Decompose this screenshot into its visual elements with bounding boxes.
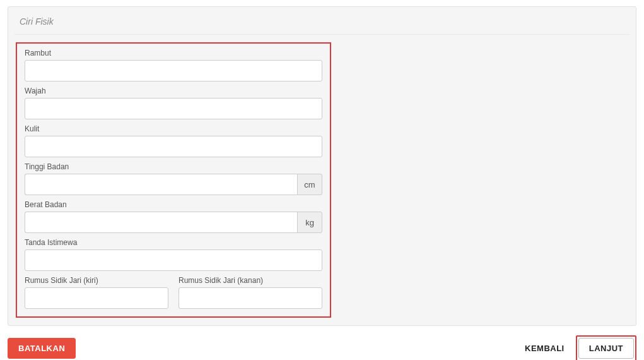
label-berat-badan: Berat Badan [25, 200, 322, 209]
highlight-lanjut: LANJUT [576, 335, 636, 360]
lanjut-button[interactable]: LANJUT [578, 338, 634, 359]
field-tanda-istimewa: Tanda Istimewa [25, 238, 322, 271]
footer-actions: BATALKAN KEMBALI LANJUT [8, 335, 636, 360]
label-sidik-kanan: Rumus Sidik Jari (kanan) [179, 276, 322, 285]
batalkan-button[interactable]: BATALKAN [8, 338, 76, 359]
input-tinggi-badan[interactable] [25, 174, 297, 195]
label-tinggi-badan: Tinggi Badan [25, 162, 322, 171]
input-group-berat: kg [25, 212, 322, 233]
label-wajah: Wajah [25, 87, 322, 95]
field-rambut: Rambut [25, 49, 322, 81]
kembali-button[interactable]: KEMBALI [522, 339, 567, 358]
input-sidik-kanan[interactable] [179, 287, 322, 309]
field-wajah: Wajah [25, 87, 322, 119]
input-tanda-istimewa[interactable] [25, 249, 322, 271]
unit-kg: kg [297, 212, 322, 233]
field-sidik-kanan: Rumus Sidik Jari (kanan) [179, 276, 322, 309]
footer-right: KEMBALI LANJUT [522, 335, 636, 360]
input-wajah[interactable] [25, 98, 322, 119]
panel-ciri-fisik: Ciri Fisik Rambut Wajah Kulit Tinggi Bad… [8, 6, 636, 326]
field-tinggi-badan: Tinggi Badan cm [25, 162, 322, 195]
input-berat-badan[interactable] [25, 212, 297, 233]
panel-title: Ciri Fisik [8, 7, 636, 34]
label-kulit: Kulit [25, 124, 322, 133]
field-sidik-kiri: Rumus Sidik Jari (kiri) [25, 276, 168, 309]
field-kulit: Kulit [25, 124, 322, 157]
panel-body: Rambut Wajah Kulit Tinggi Badan cm Berat… [8, 35, 636, 325]
unit-cm: cm [297, 174, 322, 195]
label-rambut: Rambut [25, 49, 322, 57]
input-group-tinggi: cm [25, 174, 322, 195]
input-rambut[interactable] [25, 60, 322, 81]
label-tanda-istimewa: Tanda Istimewa [25, 238, 322, 247]
highlight-box: Rambut Wajah Kulit Tinggi Badan cm Berat… [16, 42, 331, 318]
row-sidik-jari: Rumus Sidik Jari (kiri) Rumus Sidik Jari… [25, 276, 322, 309]
field-berat-badan: Berat Badan kg [25, 200, 322, 233]
input-kulit[interactable] [25, 136, 322, 157]
label-sidik-kiri: Rumus Sidik Jari (kiri) [25, 276, 168, 285]
input-sidik-kiri[interactable] [25, 287, 168, 309]
